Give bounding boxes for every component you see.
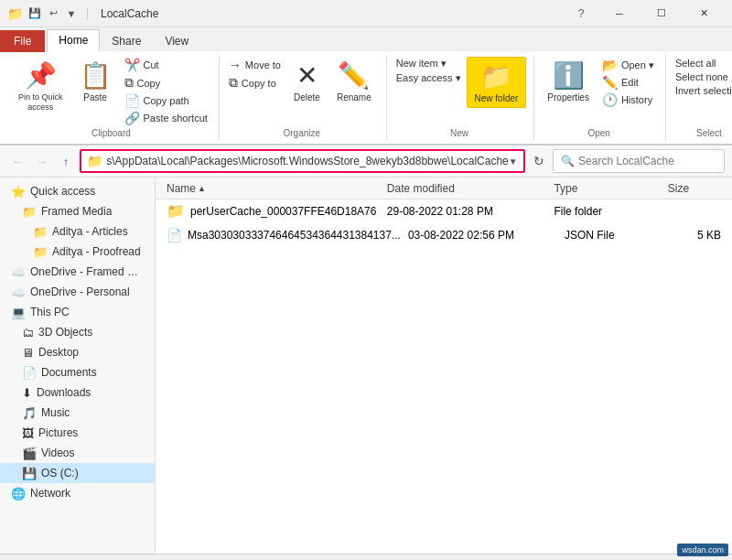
history-button[interactable]: 🕐 History [598,92,658,108]
new-item-label: New item ▾ [396,58,447,70]
maximize-button[interactable]: ☐ [640,0,683,27]
open-col1: 📂 Open ▾ ✏️ Edit 🕐 History [598,57,658,108]
videos-icon: 🎬 [22,447,37,460]
up-button[interactable]: ↑ [56,150,76,172]
new-col1: New item ▾ Easy access ▾ [393,57,465,85]
title-divider [87,7,88,20]
sidebar-item-os-c[interactable]: 💾 OS (C:) [0,463,155,483]
copy-path-button[interactable]: 📄 Copy path [121,92,211,109]
address-folder-icon: 📁 [87,154,102,168]
address-input[interactable]: 📁 s\AppData\Local\Packages\Microsoft.Win… [80,149,524,173]
new-folder-icon: 📁 [480,61,512,92]
sidebar-item-framed-media[interactable]: 📁 Framed Media [0,201,155,221]
sidebar-item-aditya-articles[interactable]: 📁 Aditya - Articles [0,221,155,242]
paste-shortcut-button[interactable]: 🔗 Paste shortcut [121,110,211,126]
window-controls: ─ ☐ ✕ [598,0,725,27]
paste-button[interactable]: 📋 Paste [72,57,119,106]
select-all-button[interactable]: Select all [672,57,732,70]
onedrive-framed-label: OneDrive - Framed Media [30,265,147,278]
save-quick-icon[interactable]: 💾 [27,5,43,22]
select-col1: Select all Select none Invert selection [672,57,732,97]
tab-view[interactable]: View [153,30,200,52]
file-date-1: 03-08-2022 02:56 PM [404,229,561,242]
tab-file[interactable]: File [0,30,45,52]
cut-label: Cut [144,59,159,70]
aditya-proofread-icon: 📁 [33,245,48,259]
rename-label: Rename [337,92,371,102]
quick-access-label: Quick access [30,185,95,198]
forward-button[interactable]: → [31,150,51,172]
help-button[interactable]: ? [567,0,595,27]
file-list: Name ▲ Date modified Type Size 📁 perUser… [156,178,732,554]
copy-label: Copy [137,78,161,89]
open-button[interactable]: 📂 Open ▾ [598,57,658,73]
sidebar-item-downloads[interactable]: ⬇ Downloads [0,382,155,403]
sidebar-item-videos[interactable]: 🎬 Videos [0,443,155,463]
easy-access-button[interactable]: Easy access ▾ [393,71,465,85]
desktop-label: Desktop [38,346,79,359]
rename-button[interactable]: ✏️ Rename [329,57,379,106]
select-none-button[interactable]: Select none [672,70,732,83]
search-input[interactable] [578,155,716,167]
address-chevron-icon[interactable]: ▼ [509,156,518,167]
close-button[interactable]: ✕ [683,0,725,27]
col-header-type[interactable]: Type [550,182,663,195]
sidebar-item-quick-access[interactable]: ⭐ Quick access [0,181,155,201]
col-header-size[interactable]: Size [664,182,725,195]
new-item-button[interactable]: New item ▾ [393,57,465,70]
pin-icon: 📌 [25,60,57,91]
file-list-header: Name ▲ Date modified Type Size [156,178,732,199]
network-label: Network [30,487,70,500]
file-row-0[interactable]: 📁 perUserCache_000037FFE46D18A76 29-08-2… [156,199,732,223]
new-folder-button[interactable]: 📁 New folder [467,57,527,108]
sidebar-item-documents[interactable]: 📄 Documents [0,362,155,382]
select-none-label: Select none [675,71,728,82]
invert-selection-button[interactable]: Invert selection [672,84,732,97]
sort-arrow-name: ▲ [198,184,206,193]
sidebar-item-aditya-proofread[interactable]: 📁 Aditya - Proofread [0,242,155,262]
search-box[interactable]: 🔍 [553,149,725,173]
documents-label: Documents [41,366,97,379]
sidebar-item-onedrive-personal[interactable]: ☁️ OneDrive - Personal [0,282,155,302]
sidebar-item-network[interactable]: 🌐 Network [0,483,155,503]
3d-objects-label: 3D Objects [38,326,92,339]
open-icon: 📂 [602,58,618,72]
delete-button[interactable]: ✕ Delete [286,57,328,106]
tab-home[interactable]: Home [47,29,100,52]
sidebar-item-music[interactable]: 🎵 Music [0,403,155,423]
tab-share[interactable]: Share [100,30,153,52]
customize-quick-icon[interactable]: ▼ [63,5,80,22]
paste-label: Paste [83,92,107,102]
undo-quick-icon[interactable]: ↩ [45,5,61,22]
sidebar-item-pictures[interactable]: 🖼 Pictures [0,423,155,443]
cut-button[interactable]: ✂️ Cut [121,57,211,73]
ribbon-group-new: New item ▾ Easy access ▾ 📁 New folder Ne… [389,55,535,140]
ribbon-content: 📌 Pin to Quickaccess 📋 Paste ✂️ Cut ⧉ Co… [0,51,732,145]
downloads-label: Downloads [37,386,91,399]
edit-icon: ✏️ [602,75,618,90]
os-c-icon: 💾 [22,467,37,480]
history-label: History [621,94,652,105]
back-button[interactable]: ← [7,150,27,172]
properties-button[interactable]: ℹ️ Properties [540,57,597,106]
sidebar-item-this-pc[interactable]: 💻 This PC [0,302,155,322]
sidebar: ⭐ Quick access 📁 Framed Media 📁 Aditya -… [0,178,156,554]
col-header-date[interactable]: Date modified [383,182,551,195]
sidebar-item-onedrive-framed[interactable]: ☁️ OneDrive - Framed Media [0,262,155,282]
copy-to-button[interactable]: ⧉ Copy to [225,74,285,92]
col-header-name[interactable]: Name ▲ [163,182,383,195]
file-row-1[interactable]: 📄 Msa303030333746464534364431384137... 0… [156,223,732,247]
copy-button[interactable]: ⧉ Copy [121,74,211,92]
ribbon-tab-bar: File Home Share View [0,27,732,51]
ribbon-group-open: ℹ️ Properties 📂 Open ▾ ✏️ Edit 🕐 History [536,55,666,140]
organize-buttons: → Move to ⧉ Copy to ✕ Delete ✏️ Rename [225,57,379,126]
sidebar-item-3d-objects[interactable]: 🗂 3D Objects [0,322,155,342]
pin-to-quick-access-button[interactable]: 📌 Pin to Quickaccess [11,57,70,116]
refresh-button[interactable]: ↻ [529,150,549,172]
aditya-articles-icon: 📁 [33,225,48,239]
sidebar-item-desktop[interactable]: 🖥 Desktop [0,342,155,362]
move-to-button[interactable]: → Move to [225,57,285,73]
easy-access-label: Easy access ▾ [396,72,461,84]
minimize-button[interactable]: ─ [598,0,640,27]
edit-button[interactable]: ✏️ Edit [598,74,658,91]
